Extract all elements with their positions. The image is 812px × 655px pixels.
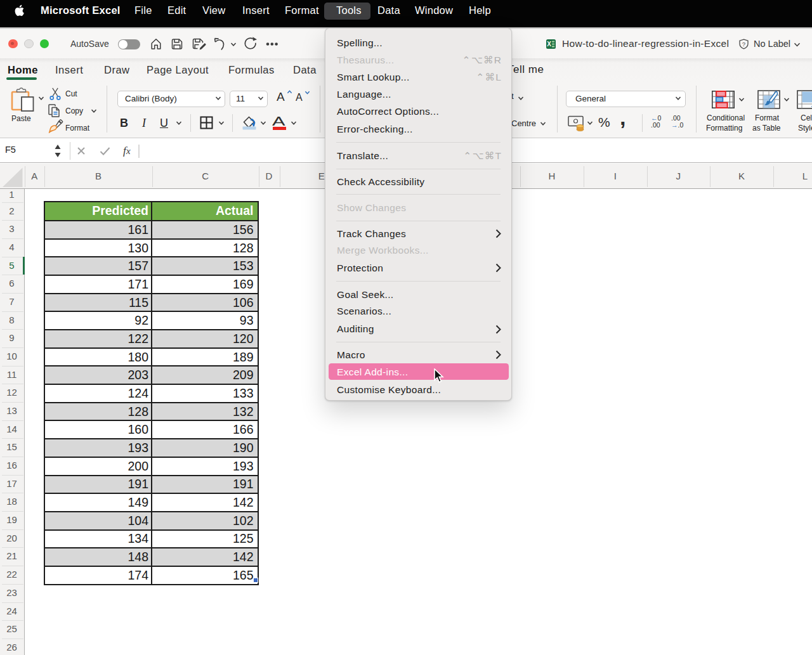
- svg-text:X: X: [547, 41, 551, 48]
- svg-text:?: ?: [742, 41, 745, 48]
